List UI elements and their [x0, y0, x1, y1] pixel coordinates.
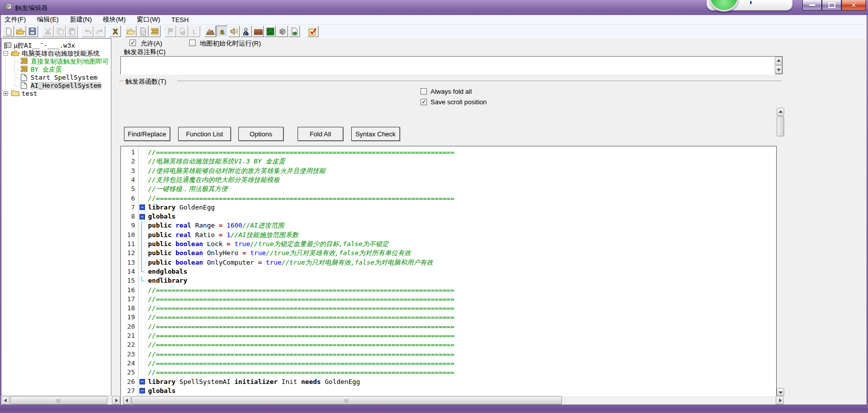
object-editor-icon[interactable]	[240, 26, 252, 37]
fold-all-button[interactable]: Fold All	[298, 127, 343, 141]
editor-scroll-down-button[interactable]	[777, 388, 784, 396]
editor-scroll-right-button[interactable]	[776, 396, 784, 404]
test-map-icon[interactable]	[307, 26, 319, 37]
new-trigger-icon[interactable]	[137, 26, 149, 37]
code-line-15[interactable]: 15endlibrary	[121, 276, 776, 285]
tree-item--[interactable]: 直接复制该触发到地图即可	[2, 58, 111, 66]
code-line-10[interactable]: 10public real Ratio = 1//AI技能施放范围系数	[121, 231, 776, 240]
tree-item-label[interactable]: 直接复制该触发到地图即可	[31, 58, 109, 66]
code-line-6[interactable]: 6//=====================================…	[121, 194, 776, 203]
code-line-12[interactable]: 12public boolean OnlyHero = true//true为只…	[121, 249, 776, 258]
code-line-24[interactable]: 24//====================================…	[121, 359, 776, 368]
editor-hscroll-thumb[interactable]	[131, 396, 562, 404]
fold-column	[138, 331, 147, 340]
code-line-9[interactable]: 9public real Range = 1600//AI进攻范围	[121, 221, 776, 230]
accelerator-ball-icon[interactable]	[709, 0, 739, 12]
find-replace-button[interactable]: Find/Replace	[124, 127, 170, 141]
ai-editor-icon[interactable]	[264, 26, 276, 37]
fold-marker-icon[interactable]	[138, 212, 147, 221]
tree-item--ai__-___-w3x[interactable]: μ腔AI__ˉ·___.w3x	[2, 42, 111, 50]
code-line-23[interactable]: 23//====================================…	[121, 350, 776, 359]
maximize-button[interactable]	[822, 0, 841, 11]
code-line-20[interactable]: 20//====================================…	[121, 322, 776, 331]
trigger-editor-icon[interactable]: a	[216, 26, 228, 37]
tree-hscroll-thumb[interactable]	[10, 396, 107, 404]
fold-marker-icon[interactable]	[138, 377, 147, 386]
comment-scroll-up-button[interactable]	[775, 57, 782, 65]
always-fold-checkbox[interactable]	[420, 88, 427, 95]
collapse-box-icon[interactable]: -	[4, 51, 8, 56]
tree-scroll-left-button[interactable]	[2, 396, 10, 404]
new-category-icon[interactable]	[125, 26, 136, 37]
syntax-check-button[interactable]: Syntax Check	[351, 127, 400, 141]
delete-x-icon[interactable]: X	[109, 26, 121, 37]
fold-marker-icon[interactable]	[138, 203, 147, 212]
editor-vscroll-thumb[interactable]	[777, 116, 784, 136]
code-line-14[interactable]: 14endglobals	[121, 267, 776, 276]
save-scroll-checkbox[interactable]	[420, 99, 427, 105]
run-on-init-checkbox[interactable]	[189, 40, 196, 46]
code-line-17[interactable]: 17//====================================…	[121, 295, 776, 304]
menu-item-2[interactable]: 新建(N)	[66, 15, 95, 24]
code-line-5[interactable]: 5//一键移植，用法极其方便	[121, 184, 776, 193]
tree-item-label[interactable]: Start SpellSystem	[31, 74, 97, 82]
new-comment-icon[interactable]	[149, 26, 161, 37]
tree-item-label[interactable]: μ腔AI__ˉ·___.w3x	[14, 42, 75, 50]
function-list-button[interactable]: Function List	[178, 127, 231, 141]
code-line-22[interactable]: 22//====================================…	[121, 340, 776, 349]
options-button[interactable]: Options	[238, 127, 283, 141]
code-line-4[interactable]: 4//支持包括通魔在内的绝大部分英雄技能模板	[121, 175, 776, 184]
fold-column	[138, 322, 147, 331]
object-manager-icon[interactable]	[276, 26, 288, 37]
minimize-button[interactable]	[802, 0, 822, 11]
code-line-21[interactable]: 21//====================================…	[121, 331, 776, 340]
import-manager-icon[interactable]	[288, 26, 300, 37]
code-line-3[interactable]: 3//使得电脑英雄能够自动对附近的敌方英雄集火并且使用技能	[121, 166, 776, 175]
tree-item-label[interactable]: 电脑英雄自动施放技能系统	[22, 50, 100, 58]
close-button[interactable]: ✕	[841, 0, 866, 11]
terrain-editor-icon[interactable]	[204, 26, 216, 37]
tree-item-test[interactable]: +test	[2, 90, 111, 98]
script-editor[interactable]: 1//=====================================…	[120, 146, 777, 413]
menu-item-5[interactable]: TESH	[168, 16, 192, 24]
editor-scroll-up-button[interactable]	[777, 108, 784, 116]
tree-item-start-spellsystem[interactable]: Start SpellSystem	[2, 74, 111, 82]
tree-item-label[interactable]: test	[22, 90, 37, 98]
save-icon[interactable]	[27, 26, 38, 37]
code-text: //======================================…	[148, 359, 454, 368]
tree-item-label[interactable]: AI_HeroSpellSystem	[31, 82, 101, 90]
code-line-25[interactable]: 25//====================================…	[121, 368, 776, 377]
expand-box-icon[interactable]: +	[4, 91, 8, 96]
code-line-16[interactable]: 16//====================================…	[121, 286, 776, 295]
code-line-11[interactable]: 11public boolean Lock = true//true为锁定血量最…	[121, 240, 776, 249]
tree-item--[interactable]: -电脑英雄自动施放技能系统	[2, 50, 111, 58]
menu-item-0[interactable]: 文件(F)	[1, 15, 30, 24]
tree-scroll-right-button[interactable]	[112, 396, 120, 404]
desktop-widget-overlay[interactable]	[706, 0, 793, 11]
comment-scroll-down-button[interactable]	[775, 65, 782, 74]
code-line-8[interactable]: 8globals	[121, 212, 776, 221]
code-line-26[interactable]: 26library SpellSystemAI initializer Init…	[121, 377, 776, 386]
editor-scroll-left-button[interactable]	[123, 396, 131, 404]
campaign-editor-icon[interactable]	[252, 26, 264, 37]
code-line-19[interactable]: 19//====================================…	[121, 313, 776, 322]
sound-editor-icon[interactable]	[228, 26, 240, 37]
code-line-1[interactable]: 1//=====================================…	[121, 148, 776, 157]
code-line-13[interactable]: 13public boolean OnlyComputer = true//tr…	[121, 258, 776, 267]
tree-item-label[interactable]: BY 金皮蛋	[31, 66, 62, 74]
menu-item-4[interactable]: 窗口(W)	[133, 15, 164, 24]
enabled-label: 允许(A)	[140, 39, 162, 48]
tree-item-by-[interactable]: BY 金皮蛋	[2, 66, 111, 74]
new-file-icon[interactable]	[3, 26, 14, 37]
menu-item-1[interactable]: 编辑(E)	[34, 15, 62, 24]
menu-item-3[interactable]: 模块(M)	[99, 15, 129, 24]
code-line-18[interactable]: 18//====================================…	[121, 304, 776, 313]
trigger-comment-input[interactable]	[121, 57, 775, 75]
enabled-checkbox[interactable]	[129, 40, 136, 46]
tree-item-ai_herospellsystem[interactable]: AI_HeroSpellSystem	[2, 82, 111, 90]
code-line-2[interactable]: 2//电脑英雄自动施放技能系统V1.3 BY 金皮蛋	[121, 157, 776, 166]
open-file-icon[interactable]	[15, 26, 26, 37]
fold-marker-icon[interactable]	[138, 386, 147, 395]
code-line-27[interactable]: 27globals	[121, 386, 776, 395]
code-line-7[interactable]: 7library GoldenEgg	[121, 203, 776, 212]
